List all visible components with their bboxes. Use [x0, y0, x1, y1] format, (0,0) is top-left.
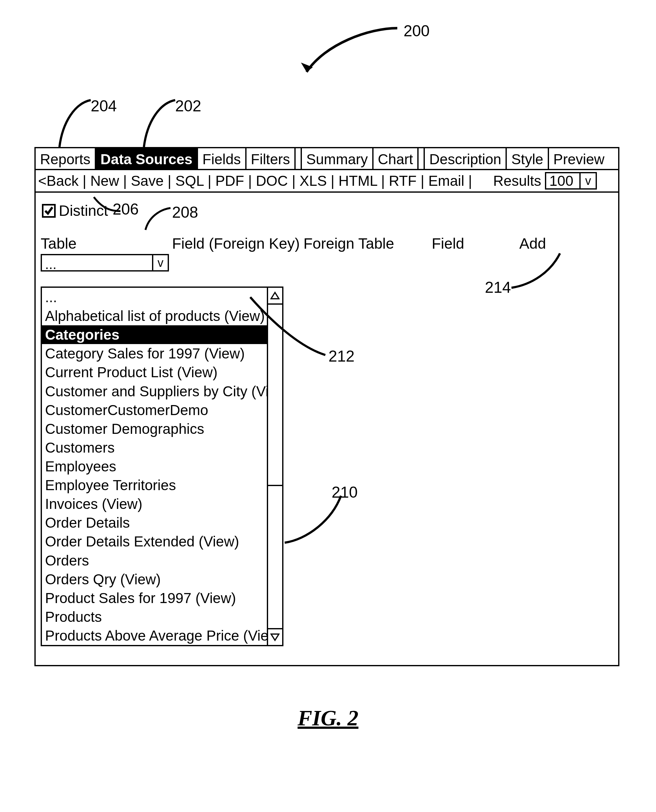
dropdown-item[interactable]: CustomerCustomerDemo	[42, 401, 267, 419]
table-select-value: ...	[42, 255, 152, 270]
tab-gap	[296, 148, 302, 169]
results-select[interactable]: 100 v	[545, 172, 597, 190]
callout-210-label: 210	[332, 483, 357, 501]
tab-filters[interactable]: Filters	[246, 148, 296, 169]
table-select[interactable]: ... v	[41, 254, 169, 272]
dropdown-item[interactable]: Customers	[42, 438, 267, 457]
dropdown-item[interactable]: Invoices (View)	[42, 495, 267, 513]
dropdown-item[interactable]: Orders	[42, 551, 267, 570]
dropdown-item[interactable]: Order Details	[42, 513, 267, 532]
column-headers: Table Field (Foreign Key) Foreign Table …	[41, 235, 613, 252]
toolbar: <Back | New | Save | SQL | PDF | DOC | X…	[36, 170, 618, 193]
tab-reports[interactable]: Reports	[36, 148, 96, 169]
tab-style[interactable]: Style	[507, 148, 549, 169]
results-caret-icon: v	[580, 173, 596, 188]
dropdown-item[interactable]: Product Sales for 1997 (View)	[42, 589, 267, 608]
chevron-down-icon: v	[152, 255, 168, 270]
figure-caption: FIG. 2	[0, 706, 656, 731]
add-button[interactable]: Add	[519, 235, 546, 252]
callout-212-label: 212	[328, 347, 354, 365]
header-field: Field	[432, 235, 519, 252]
tab-fields[interactable]: Fields	[198, 148, 246, 169]
dropdown-item[interactable]: Category Sales for 1997 (View)	[42, 344, 267, 363]
callout-204-label: 204	[91, 97, 117, 115]
header-foreign-table: Foreign Table	[303, 235, 432, 252]
dropdown-item[interactable]: Customer Demographics	[42, 419, 267, 438]
tab-preview[interactable]: Preview	[549, 148, 609, 169]
tab-description[interactable]: Description	[425, 148, 507, 169]
callout-200-label: 200	[404, 22, 430, 40]
header-field-fk: Field (Foreign Key)	[172, 235, 303, 252]
callout-214	[504, 250, 566, 294]
dropdown-item[interactable]: ...	[42, 288, 267, 306]
dropdown-item[interactable]: Employee Territories	[42, 476, 267, 495]
results-label: Results	[494, 172, 541, 189]
dropdown-list: ...Alphabetical list of products (View)C…	[42, 288, 267, 645]
dropdown-item[interactable]: Products	[42, 608, 267, 626]
callout-206-label: 206	[113, 200, 139, 218]
dropdown-item[interactable]: Current Product List (View)	[42, 363, 267, 382]
distinct-checkbox[interactable]	[42, 204, 56, 218]
results-value: 100	[546, 173, 580, 188]
tab-gap-2	[419, 148, 425, 169]
dropdown-item[interactable]: Customer and Suppliers by City (View	[42, 382, 267, 401]
scroll-down-button[interactable]	[268, 628, 282, 645]
toolbar-links[interactable]: <Back | New | Save | SQL | PDF | DOC | X…	[38, 172, 472, 189]
header-table: Table	[41, 235, 172, 252]
dropdown-item[interactable]: Orders Qry (View)	[42, 570, 267, 589]
tab-chart[interactable]: Chart	[373, 148, 419, 169]
tab-bar: Reports Data Sources Fields Filters Summ…	[36, 148, 618, 170]
scroll-track[interactable]	[268, 486, 282, 628]
tab-data-sources[interactable]: Data Sources	[96, 148, 198, 169]
svg-marker-0	[301, 63, 313, 72]
callout-202-label: 202	[175, 97, 201, 115]
callout-214-label: 214	[485, 278, 511, 297]
checkmark-icon	[43, 206, 54, 216]
dropdown-item[interactable]: Order Details Extended (View)	[42, 532, 267, 551]
main-panel: Reports Data Sources Fields Filters Summ…	[34, 147, 619, 666]
dropdown-item[interactable]: Categories	[42, 325, 267, 344]
tab-summary[interactable]: Summary	[302, 148, 373, 169]
triangle-down-icon	[270, 633, 280, 642]
dropdown-item[interactable]: Employees	[42, 457, 267, 476]
dropdown-item[interactable]: Alphabetical list of products (View)	[42, 306, 267, 325]
callout-208-label: 208	[172, 203, 198, 221]
dropdown-item[interactable]: Products Above Average Price (View)	[42, 626, 267, 645]
